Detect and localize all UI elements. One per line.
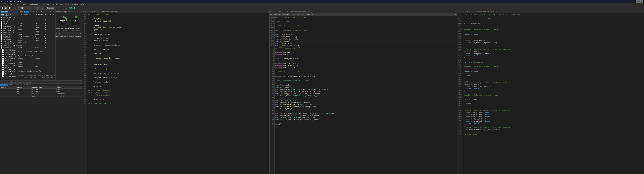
output-tab-build[interactable]: Build	[24, 11, 29, 13]
tree-config-bits[interactable]: 📄 Configuration_bits.h	[1, 56, 17, 58]
ln-433: 433	[82, 70, 87, 72]
menu-edit[interactable]: Edit	[7, 3, 13, 5]
toolbar-open[interactable]: 📂	[4, 6, 8, 10]
toolbar-cut[interactable]: ✂	[13, 6, 16, 10]
watch-tab-1[interactable]: Watch 1	[0, 84, 8, 86]
watch-tab-4[interactable]: Watch 4	[23, 84, 31, 86]
tab-version-control[interactable]: Version Control	[5, 13, 16, 16]
tree-fat32-setup[interactable]: 📄 FAT32_Setup.c	[0, 16, 17, 18]
toolbar-redo[interactable]: ↪	[29, 6, 32, 10]
tree-grid-setup[interactable]: 📄 Grid_Setup.c	[0, 18, 17, 21]
tree-tlc5955-setup[interactable]: 📄 TLC5955_Setup.c	[0, 45, 17, 47]
msgeq7-code-text[interactable]: //////// Constants //////// #define MENU…	[275, 47, 457, 174]
tree-gpio-setup[interactable]: 📄 GPIO_Setup.c	[0, 34, 17, 36]
tree-spi-h[interactable]: 📄 SPI_Setup.h	[1, 71, 17, 73]
menu-file[interactable]: File	[1, 3, 7, 5]
tree-header-files-folder[interactable]: 📁 Header Files	[0, 47, 17, 49]
tree-br-sensors[interactable]: 📄 BR_Sensors.c	[0, 23, 17, 25]
ms-code-9: #define MENU_BRIGHTNESS 1	[275, 65, 456, 67]
menu-configure[interactable]: Configure	[59, 3, 70, 5]
tree-rs232-h[interactable]: 📄 RS232_Setup.h	[1, 64, 17, 66]
ms-ln-3: 3	[270, 51, 274, 54]
bpt-code-440: Delay_ms(4);	[88, 85, 269, 88]
code-panel-msgeq7-close[interactable]: ×	[454, 11, 456, 12]
output-line-10: nbss 0x1350 0	[18, 33, 54, 35]
toolbar-undo[interactable]: ↩	[25, 6, 28, 10]
watch-cr-uart[interactable]: _CR_UART	[23, 81, 30, 83]
toolbar-new[interactable]: 📄	[1, 6, 4, 10]
watch-row-3: 1326 keypresses 0x00000000	[0, 93, 82, 95]
toolbar-stop[interactable]: ■	[41, 6, 44, 10]
menu-tools[interactable]: Tools	[52, 3, 59, 5]
ms-ln-11: 11	[270, 69, 274, 71]
tree-msgeq7[interactable]: 📄 MSGEQ7.c	[0, 27, 17, 29]
locals-close[interactable]: ×	[80, 33, 81, 34]
toolbar-build[interactable]: 🔨	[34, 6, 37, 10]
output-tab-vc[interactable]: Version Control	[29, 11, 42, 13]
menu-help[interactable]: Help	[79, 3, 85, 5]
tree-rs232-setup[interactable]: 📄 RS232_Setup.c	[0, 36, 17, 38]
tree-timers-h[interactable]: 📄 Timers_Setup.h	[1, 73, 17, 75]
output-title: Output	[18, 11, 24, 13]
lc-ln-129: 129	[457, 31, 462, 33]
project-tab[interactable]: BPT.mcw	[1, 11, 8, 13]
tree-ug-graphic[interactable]: 📄 UG_Graphic.c	[0, 29, 17, 32]
bpt-code-text[interactable]: ////////////////////////////// #if _IREA…	[87, 13, 270, 174]
tree-sd-h[interactable]: 📄 SD_Setup.h	[1, 66, 17, 69]
maximize-button[interactable]: □	[638, 0, 641, 3]
menu-debugger[interactable]: Debugger	[29, 3, 39, 5]
menu-window[interactable]: Window	[71, 3, 79, 5]
output-tab-find[interactable]: Find In Files	[43, 11, 54, 13]
lcd-inner-minimize[interactable]: −	[454, 14, 455, 15]
watch-amsfr[interactable]: AMSFR	[1, 81, 6, 83]
tab-rab[interactable]: RAB	[1, 14, 4, 16]
tree-tlc5955-h[interactable]: 📄 TLC5955_Setup.h	[1, 75, 17, 77]
lcd-inner-code[interactable]: //////// Global Variables //////// /////…	[275, 16, 457, 47]
code-panel-lcd-c-close[interactable]: ×	[642, 11, 643, 12]
toolbar-copy[interactable]: ⎘	[16, 6, 20, 10]
menu-project[interactable]: Project	[20, 3, 29, 5]
tree-sd-setup[interactable]: 📄 SD_Setup.c	[0, 38, 17, 40]
toolbar-paste[interactable]: 📋	[20, 6, 24, 10]
tree-bpt-setup-h[interactable]: 📄 BPT_Setup.h	[1, 60, 17, 62]
tree-fat32-h[interactable]: 📄 FAT32_Setup.h	[1, 51, 17, 53]
ms-ln-18: 18	[270, 84, 274, 86]
tree-pom-setup[interactable]: 📄 POM_Setup.h	[1, 62, 17, 64]
tree-bpt[interactable]: 📄 BPT.c	[0, 21, 17, 23]
lcd-inner-close[interactable]: ×	[455, 14, 456, 15]
tree-pmmc395[interactable]: 📄 PMMC395_Setup.h	[1, 49, 17, 51]
ms-code-17	[275, 82, 456, 84]
release-dropdown[interactable]: Release ▼	[46, 7, 56, 10]
tree-port-setup[interactable]: 📄 PORT_Setup.c	[0, 32, 17, 34]
ms-ln-36: 36	[270, 123, 274, 126]
code-panel-lcd-c-minimize[interactable]: −	[640, 11, 642, 12]
toolbar-save[interactable]: 💾	[8, 6, 12, 10]
watch-add-symbol[interactable]: ▼ Add Symbol	[12, 81, 22, 83]
bpt-code-434: MRSEQ7_Auto_Adjust buf signal;	[88, 72, 269, 75]
tree-rt-functions[interactable]: 📄 RT_Functions.h	[1, 53, 17, 56]
lc-ln-139: 139	[457, 53, 462, 55]
ms-code-4: #define MENU_ACTIVE 1	[275, 54, 456, 56]
watch-tab-2[interactable]: Watch 2	[8, 84, 16, 86]
minimize-button[interactable]: −	[636, 0, 638, 3]
output-line-13: data 0x1850 0	[18, 40, 54, 42]
tree-i2c-h[interactable]: 📄 I2C_Setup.h	[1, 69, 17, 71]
tree-lcd-control[interactable]: 📄 LCD_Control.c	[0, 25, 17, 27]
code-panel-msgeq7-minimize[interactable]: −	[453, 11, 454, 12]
ms-ln-10: 10	[270, 67, 274, 69]
menu-programmer[interactable]: Programmer	[40, 3, 52, 5]
code-panel-bpt-minimize[interactable]: −	[266, 11, 267, 12]
close-button[interactable]: ×	[641, 0, 643, 3]
menu-view[interactable]: View	[14, 3, 20, 5]
code-panel-bpt-close[interactable]: ×	[267, 11, 269, 12]
lcd-c-code-text[interactable]: // the LCD display should be displaying …	[462, 13, 644, 174]
tree-timers-setup[interactable]: 📄 Timers_Setup.c	[0, 42, 17, 45]
tree-i2c-setup[interactable]: 📄 I2C_Setup.c	[0, 40, 17, 42]
tree-debug-setup[interactable]: 📄 Debug_Setup.h	[1, 58, 17, 60]
memory-gauge-minimize[interactable]: −	[78, 11, 79, 12]
memory-gauge-close[interactable]: ×	[80, 11, 81, 12]
toolbar-run[interactable]: ▶	[38, 6, 41, 10]
lc-code-135	[462, 44, 643, 46]
watch-tab-3[interactable]: Watch 3	[15, 84, 23, 86]
watch-appn[interactable]: .APPN	[6, 81, 11, 83]
